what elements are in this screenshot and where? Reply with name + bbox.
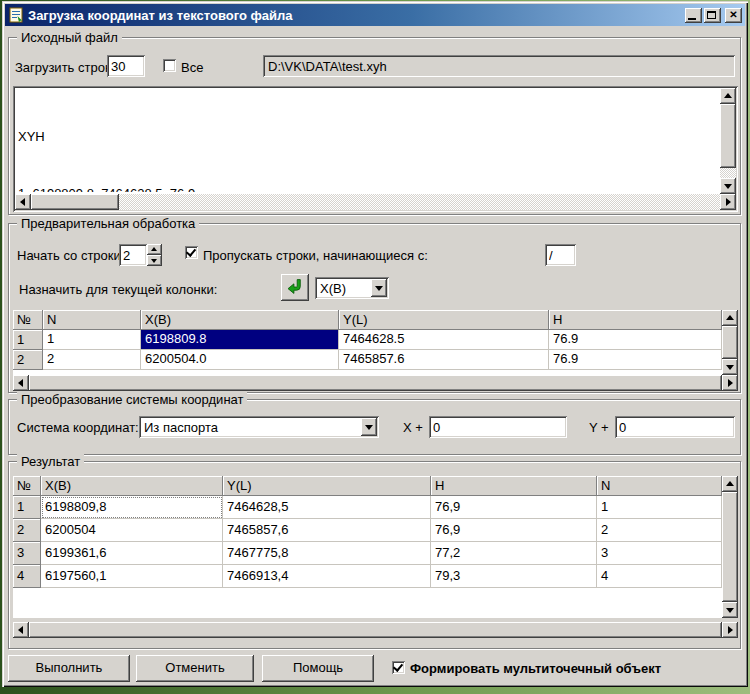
table-header-cell[interactable]: N bbox=[597, 476, 722, 496]
start-row-spinner-input[interactable] bbox=[119, 244, 147, 266]
multipoint-checkbox-label[interactable]: Формировать мультиточечный объект bbox=[410, 661, 661, 676]
scroll-up-button[interactable] bbox=[722, 476, 738, 492]
table-header-cell[interactable]: Y(L) bbox=[339, 310, 549, 330]
scrollbar-thumb[interactable] bbox=[722, 492, 738, 602]
table-header-cell[interactable]: X(B) bbox=[141, 310, 339, 330]
result-table-hscrollbar[interactable] bbox=[13, 622, 738, 638]
close-icon: ✕ bbox=[725, 8, 742, 22]
scroll-down-button[interactable] bbox=[720, 178, 736, 194]
table-cell[interactable]: 77,2 bbox=[431, 542, 597, 565]
scroll-up-button[interactable] bbox=[722, 310, 738, 326]
table-cell[interactable]: 2 bbox=[43, 350, 141, 370]
execute-button[interactable]: Выполнить bbox=[8, 655, 130, 682]
minimize-button[interactable] bbox=[685, 8, 702, 23]
close-button[interactable]: ✕ bbox=[725, 8, 742, 23]
table-cell[interactable]: 7465857.6 bbox=[339, 350, 549, 370]
assign-column-button[interactable] bbox=[281, 274, 309, 301]
coordinate-system-dropdown-button[interactable] bbox=[361, 418, 377, 436]
title-bar[interactable]: Загрузка координат из текстового файла ✕ bbox=[5, 4, 745, 26]
maximize-button[interactable] bbox=[704, 8, 721, 23]
scroll-down-button[interactable] bbox=[722, 602, 738, 618]
preview-vscrollbar[interactable] bbox=[720, 88, 736, 194]
result-table-vscrollbar[interactable] bbox=[722, 476, 738, 618]
preprocess-group-label: Предварительная обработка bbox=[17, 216, 199, 231]
column-combobox-dropdown-button[interactable] bbox=[371, 279, 387, 297]
help-button[interactable]: Помощь bbox=[262, 655, 374, 682]
table-row-header[interactable]: 1 bbox=[13, 330, 43, 350]
table-cell[interactable]: 7467775,8 bbox=[223, 542, 431, 565]
table-row: 4 6197560,1 7466913,4 79,3 4 bbox=[13, 565, 722, 588]
skip-lines-checkbox[interactable] bbox=[185, 246, 198, 259]
skip-lines-label[interactable]: Пропускать строки, начинающиеся с: bbox=[203, 248, 428, 263]
scrollbar-thumb[interactable] bbox=[31, 194, 119, 210]
file-preview-area[interactable]: XYH 1 6198809.8 7464628.5 76.9 2 6200504… bbox=[13, 86, 738, 212]
scrollbar-thumb[interactable] bbox=[29, 375, 722, 391]
scroll-left-button[interactable] bbox=[15, 194, 31, 210]
table-cell[interactable]: 6199361,6 bbox=[41, 542, 223, 565]
coordinate-system-combobox[interactable]: Из паспорта bbox=[139, 416, 379, 438]
scroll-right-button[interactable] bbox=[720, 194, 736, 210]
table-header-cell[interactable]: № bbox=[13, 310, 43, 330]
scroll-down-button[interactable] bbox=[722, 359, 738, 375]
selected-table-cell[interactable]: 6198809.8 bbox=[141, 330, 339, 350]
cancel-button[interactable]: Отменить bbox=[136, 655, 254, 682]
table-cell[interactable]: 6200504 bbox=[41, 519, 223, 542]
table-row-header[interactable]: 2 bbox=[13, 350, 43, 370]
preview-lines: XYH 1 6198809.8 7464628.5 76.9 2 6200504… bbox=[18, 89, 717, 192]
table-cell[interactable]: 7464628.5 bbox=[339, 330, 549, 350]
scroll-left-button[interactable] bbox=[13, 375, 29, 391]
table-header-row: № N X(B) Y(L) H bbox=[13, 310, 722, 330]
table-row: 1 1 6198809.8 7464628.5 76.9 bbox=[13, 330, 722, 350]
table-cell[interactable]: 7465857,6 bbox=[223, 519, 431, 542]
table-cell[interactable]: 79,3 bbox=[431, 565, 597, 588]
y-offset-input[interactable] bbox=[615, 416, 735, 438]
table-cell[interactable]: 76,9 bbox=[431, 519, 597, 542]
spin-up-button[interactable] bbox=[147, 244, 162, 255]
scroll-left-button[interactable] bbox=[13, 622, 29, 638]
table-header-cell[interactable]: Y(L) bbox=[223, 476, 431, 496]
table-header-cell[interactable]: H bbox=[431, 476, 597, 496]
table-header-cell[interactable]: X(B) bbox=[41, 476, 223, 496]
table-cell[interactable]: 1 bbox=[597, 496, 722, 519]
table-cell[interactable]: 6198809,8 bbox=[41, 496, 223, 519]
all-checkbox-label[interactable]: Все bbox=[181, 60, 203, 75]
table-cell[interactable]: 1 bbox=[43, 330, 141, 350]
column-combobox[interactable]: X(B) bbox=[315, 277, 389, 299]
assign-arrow-icon bbox=[287, 278, 304, 298]
preprocess-table-vscrollbar[interactable] bbox=[722, 310, 738, 375]
table-cell[interactable]: 3 bbox=[597, 542, 722, 565]
table-cell[interactable]: 7466913,4 bbox=[223, 565, 431, 588]
table-header-cell[interactable]: № bbox=[13, 476, 41, 496]
scrollbar-thumb[interactable] bbox=[722, 326, 738, 359]
skip-char-input[interactable] bbox=[545, 244, 576, 266]
table-row-header[interactable]: 3 bbox=[13, 542, 41, 565]
spin-down-button[interactable] bbox=[147, 255, 162, 266]
load-rows-input[interactable] bbox=[107, 55, 145, 77]
x-offset-input[interactable] bbox=[429, 416, 567, 438]
desktop-background: Загрузка координат из текстового файла ✕… bbox=[0, 0, 750, 694]
scrollbar-thumb[interactable] bbox=[720, 104, 736, 168]
preview-hscrollbar[interactable] bbox=[15, 194, 736, 210]
table-cell[interactable]: 6197560,1 bbox=[41, 565, 223, 588]
table-row-header[interactable]: 1 bbox=[13, 496, 41, 519]
scroll-up-button[interactable] bbox=[720, 88, 736, 104]
table-header-cell[interactable]: N bbox=[43, 310, 141, 330]
table-cell[interactable]: 2 bbox=[597, 519, 722, 542]
table-cell[interactable]: 6200504.0 bbox=[141, 350, 339, 370]
scroll-right-button[interactable] bbox=[722, 622, 738, 638]
table-header-cell[interactable]: H bbox=[549, 310, 722, 330]
all-checkbox[interactable] bbox=[163, 59, 176, 72]
scroll-right-button[interactable] bbox=[722, 375, 738, 391]
table-row: 2 2 6200504.0 7465857.6 76.9 bbox=[13, 350, 722, 370]
scrollbar-thumb[interactable] bbox=[29, 622, 722, 638]
table-cell[interactable]: 76.9 bbox=[549, 330, 722, 350]
table-cell[interactable]: 76,9 bbox=[431, 496, 597, 519]
table-row-header[interactable]: 2 bbox=[13, 519, 41, 542]
table-cell[interactable]: 4 bbox=[597, 565, 722, 588]
table-cell[interactable]: 7464628,5 bbox=[223, 496, 431, 519]
assign-column-label: Назначить для текущей колонки: bbox=[19, 282, 217, 297]
preprocess-table-hscrollbar[interactable] bbox=[13, 375, 738, 391]
table-row-header[interactable]: 4 bbox=[13, 565, 41, 588]
multipoint-checkbox[interactable] bbox=[392, 661, 405, 674]
table-cell[interactable]: 76.9 bbox=[549, 350, 722, 370]
